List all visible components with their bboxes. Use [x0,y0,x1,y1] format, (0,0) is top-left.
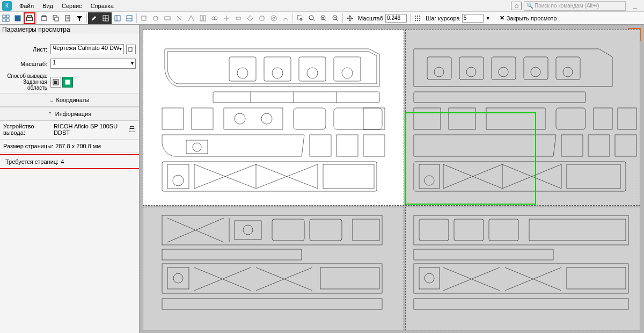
svg-rect-154 [419,219,449,241]
preview-canvas[interactable] [140,25,644,333]
menu-service[interactable]: Сервис [57,2,86,10]
svg-rect-26 [203,16,206,21]
split-icon[interactable] [123,12,135,24]
print-button[interactable] [24,12,35,24]
zoom-out-icon[interactable] [330,12,341,24]
scale-input[interactable] [385,14,407,23]
svg-rect-94 [167,164,189,189]
layout-icon[interactable] [112,12,123,24]
svg-point-57 [417,18,418,19]
svg-point-109 [499,67,508,77]
output-mode-full[interactable] [50,77,61,88]
panel-title: Параметры просмотра [0,25,139,34]
svg-point-34 [271,16,276,21]
command-search-input[interactable]: 🔍 Поиск по командам (Alt+/) [524,1,626,11]
sheet-doc-button[interactable] [126,45,136,54]
svg-point-84 [261,113,272,124]
grid-1-icon[interactable] [12,12,24,24]
menu-file[interactable]: Файл [15,2,38,10]
tool-a-icon[interactable] [138,12,150,24]
svg-point-88 [193,143,201,151]
svg-rect-4 [15,16,20,21]
pan-icon[interactable] [344,12,356,24]
chevron-down-icon[interactable]: ▼ [486,16,491,21]
svg-point-59 [415,20,416,21]
scale-select[interactable]: 1 [50,59,136,69]
svg-marker-51 [347,17,348,19]
pages-needed-info: Требуется страниц: 4 [2,156,137,167]
svg-rect-86 [334,108,382,129]
tool-i-icon[interactable] [232,12,244,24]
tool-g-icon[interactable] [209,12,221,24]
printer-icon[interactable] [128,126,136,133]
svg-point-146 [173,273,183,283]
tool-h-icon[interactable] [221,12,232,24]
cursor-step-input[interactable] [462,14,484,23]
menu-help[interactable]: Справка [86,2,118,10]
grid-4-icon[interactable] [0,12,12,24]
svg-point-113 [563,67,573,77]
menu-view[interactable]: Вид [38,2,57,10]
minimize-button[interactable] [628,1,642,11]
svg-rect-167 [414,299,628,309]
tool-l-icon[interactable] [268,12,280,24]
svg-marker-52 [352,17,353,19]
cursor-step-label: Шаг курсора ▼ [423,14,493,23]
tool-j-icon[interactable] [244,12,256,24]
svg-point-107 [466,67,476,77]
svg-line-39 [313,19,314,21]
svg-rect-151 [320,267,379,289]
svg-rect-33 [260,16,264,20]
svg-rect-0 [3,15,5,18]
tool-c-icon[interactable] [162,12,173,24]
table-icon[interactable] [100,12,112,24]
svg-marker-49 [349,15,351,17]
svg-rect-3 [6,19,9,21]
zoom-fit-icon[interactable] [306,12,318,24]
main-toolbar: Масштаб Шаг курсора ▼ ✕ Закрыть просмотр [0,12,644,25]
pencil-icon[interactable] [88,12,100,24]
svg-rect-140 [272,219,304,241]
zoom-window-icon[interactable] [294,12,306,24]
svg-rect-133 [567,164,620,189]
svg-point-60 [417,20,418,21]
svg-rect-106 [459,57,484,79]
app-icon: К [2,1,12,11]
tool-m-icon[interactable] [280,12,291,24]
svg-rect-166 [567,267,626,289]
tool-d-icon[interactable] [173,12,185,24]
svg-rect-1 [6,15,9,18]
close-preview-button[interactable]: ✕ Закрыть просмотр [495,15,561,21]
sheet-select[interactable]: Чертежи Calmato 40 DW [50,44,124,54]
svg-rect-155 [454,219,484,241]
svg-rect-31 [236,17,240,19]
selected-region-rect[interactable] [405,112,536,205]
svg-point-53 [415,16,416,17]
svg-rect-36 [297,16,302,20]
svg-rect-160 [419,267,440,289]
svg-rect-122 [615,135,636,156]
tool-f-icon[interactable] [197,12,209,24]
close-icon: ✕ [500,15,504,21]
output-mode-region[interactable] [62,77,73,88]
svg-rect-89 [310,135,331,156]
copy-icon[interactable] [50,12,62,24]
print-region-icon[interactable] [38,12,50,24]
tool-e-icon[interactable] [185,12,197,24]
device-info: Устройство вывода: RICOH Aficio SP 100SU… [0,121,139,138]
svg-rect-22 [165,17,170,20]
svg-rect-104 [427,57,451,79]
zoom-in-icon[interactable] [318,12,330,24]
tool-k-icon[interactable] [256,12,268,24]
page-icon[interactable] [62,12,74,24]
camera-icon[interactable] [511,2,522,10]
coords-section-header[interactable]: ⌵ Координаты [0,93,139,107]
menu-bar: К Файл Вид Сервис Справка 🔍 Поиск по ком… [0,0,644,12]
svg-rect-110 [524,57,548,79]
svg-point-55 [419,16,420,17]
info-section-header[interactable]: ⌃ Информация [0,107,139,121]
cursor-step-icon[interactable] [412,12,423,24]
filter-icon[interactable] [74,12,85,24]
svg-rect-65 [65,80,70,84]
tool-b-icon[interactable] [150,12,162,24]
